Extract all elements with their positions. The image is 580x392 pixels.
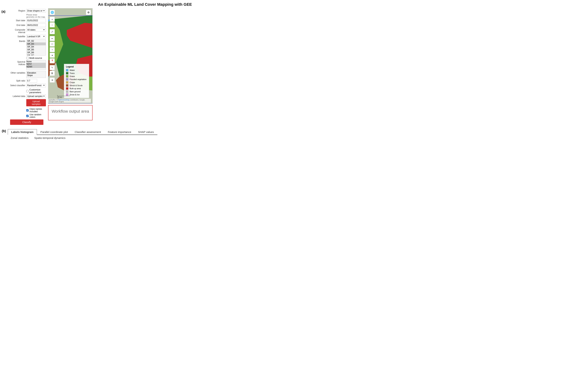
tab-parallel-coordinate[interactable]: Parallel coordinate plot bbox=[37, 129, 71, 135]
legend-label-snow: Snow & Ice bbox=[70, 94, 80, 96]
draw-marker-button[interactable]: 📍 bbox=[50, 58, 55, 63]
satellite-select[interactable]: Landsat 9 SR bbox=[26, 35, 46, 38]
legend-label-grass: Grass bbox=[70, 75, 75, 77]
zoom-in-button[interactable]: + bbox=[50, 17, 55, 22]
legend-item-grass: Grass bbox=[66, 75, 87, 78]
random-colors-label: Use random colors bbox=[29, 113, 46, 118]
start-date-input[interactable] bbox=[26, 19, 46, 22]
composite-label: Composite interval bbox=[10, 28, 26, 34]
workflow-output-area: Workflow output area bbox=[48, 105, 93, 120]
legend-item-bare: Bare ground bbox=[66, 90, 87, 93]
region-select[interactable]: Draw shapes on map bbox=[26, 9, 46, 13]
zoom-out-button[interactable]: − bbox=[50, 22, 55, 27]
label-a: (a) bbox=[0, 8, 7, 13]
bands-label: Bands bbox=[10, 39, 26, 42]
random-colors-checkbox[interactable] bbox=[26, 115, 29, 117]
customize-checkbox[interactable] bbox=[26, 90, 29, 92]
fullscreen-button[interactable]: ⤢ bbox=[50, 29, 55, 34]
delete-button[interactable]: 🗑 bbox=[50, 71, 55, 76]
other-vars-label: Other variables bbox=[10, 71, 26, 74]
upload-samples-button[interactable]: Upload samples bbox=[26, 99, 46, 106]
map-toolbar: 🌐 + − ⤢ ✏ ⬡ ▪ ● 📍 ✎ 🗑 ⊞ bbox=[50, 10, 55, 83]
tab-shap-values[interactable]: SHAP values bbox=[135, 129, 157, 135]
customize-label: Customize parameters bbox=[29, 88, 46, 94]
label-b: (b) bbox=[2, 129, 6, 133]
osm-link[interactable]: OpenStreetMap bbox=[58, 99, 70, 101]
labeled-data-label: Labeled data bbox=[10, 95, 26, 98]
composite-select[interactable]: All dates bbox=[26, 28, 46, 32]
edit-button[interactable]: ✎ bbox=[50, 65, 55, 70]
draw-rect-button[interactable]: ▪ bbox=[50, 47, 55, 52]
class-names-checkbox[interactable] bbox=[26, 109, 29, 111]
legend-item-builtup: Built-up area bbox=[66, 87, 87, 90]
workflow-output-text: Workflow output area bbox=[52, 109, 89, 113]
map-legend: Legend Water Trees Grass bbox=[64, 64, 89, 98]
legend-item-flooded-veg: Flooded vegetation bbox=[66, 78, 87, 81]
tabs-container: Labels histogram Parallel coordinate plo… bbox=[8, 129, 157, 140]
draw-polygon-button[interactable]: ⬡ bbox=[50, 42, 55, 47]
legend-label-flooded-veg: Flooded vegetation bbox=[70, 78, 86, 80]
class-names-label: Class names included bbox=[29, 108, 46, 113]
end-date-label: End date bbox=[10, 23, 26, 26]
legend-item-trees: Trees bbox=[66, 72, 87, 75]
legend-label-builtup: Built-up area bbox=[70, 88, 81, 90]
split-ratio-input[interactable] bbox=[26, 79, 37, 83]
classify-button[interactable]: Classify bbox=[10, 119, 43, 125]
end-date-input[interactable] bbox=[26, 23, 46, 27]
start-date-label: Start date bbox=[10, 19, 26, 22]
map-container[interactable]: 🌐 + − ⤢ ✏ ⬡ ▪ ● 📍 ✎ 🗑 ⊞ bbox=[48, 8, 93, 104]
legend-label-water: Water bbox=[70, 69, 75, 71]
bands-list[interactable]: SR_B2 SR_B3 SR_B4 SR_B5 SR_B6 SR_B7 ST_B… bbox=[26, 39, 46, 56]
tab-classifier-assessment[interactable]: Classifier assessment bbox=[71, 129, 104, 135]
sidebar: Region Draw shapes on map Please draw ge… bbox=[9, 8, 47, 126]
map-attribution: ipyleaflet | © OpenStreetMap contributor… bbox=[48, 99, 91, 103]
legend-item-shrub: Shrub & Scrub bbox=[66, 84, 87, 87]
scale-km: 20 km bbox=[57, 96, 70, 98]
legend-label-trees: Trees bbox=[70, 72, 75, 74]
legend-label-shrub: Shrub & Scrub bbox=[70, 84, 82, 87]
spectral-label: Spectral indices bbox=[10, 60, 26, 66]
multisource-label: Multi-source bbox=[29, 57, 42, 59]
tab-spatio-temporal[interactable]: Spatio-temporal dynamics bbox=[31, 136, 68, 140]
tab-labels-histogram[interactable]: Labels histogram bbox=[8, 129, 37, 135]
region-label: Region bbox=[10, 9, 26, 12]
labeled-data-select[interactable]: Upload samples bbox=[26, 95, 46, 98]
legend-label-bare: Bare ground bbox=[70, 91, 81, 93]
map-and-output: 🌐 + − ⤢ ✏ ⬡ ▪ ● 📍 ✎ 🗑 ⊞ bbox=[47, 8, 93, 126]
settings-button[interactable]: ⚙ bbox=[86, 10, 91, 15]
tab-feature-importance[interactable]: Feature importance bbox=[104, 129, 135, 135]
split-ratio-label: Split ratio bbox=[10, 79, 26, 82]
tab-zonal-statistics[interactable]: Zonal statistics bbox=[8, 136, 31, 140]
legend-label-crops: Crops bbox=[70, 81, 75, 84]
classifier-select[interactable]: RandomForest bbox=[26, 84, 46, 87]
screenshot-button[interactable]: ⊞ bbox=[50, 78, 55, 83]
tabs-row2: Zonal statistics Spatio-temporal dynamic… bbox=[8, 136, 157, 140]
page-title: An Explainable ML Land Cover Mapping wit… bbox=[0, 0, 290, 8]
region-hint: Please draw geometry on the map. bbox=[26, 14, 46, 18]
globe-button[interactable]: 🌐 bbox=[50, 10, 55, 15]
other-vars-box: ElevationSlope bbox=[26, 71, 46, 78]
draw-circle-button[interactable]: ● bbox=[50, 53, 55, 58]
legend-title: Legend bbox=[66, 66, 87, 68]
tabs-row1: Labels histogram Parallel coordinate plo… bbox=[8, 129, 157, 135]
spectral-list[interactable]: None NDVI NDWI bbox=[26, 60, 46, 70]
satellite-label: Satellite bbox=[10, 35, 26, 38]
draw-line-button[interactable]: ✏ bbox=[50, 36, 55, 41]
legend-item-water: Water bbox=[66, 69, 87, 71]
legend-item-crops: Crops bbox=[66, 81, 87, 84]
classifier-label: Select classifier bbox=[10, 84, 26, 87]
multisource-checkbox[interactable] bbox=[26, 57, 29, 59]
